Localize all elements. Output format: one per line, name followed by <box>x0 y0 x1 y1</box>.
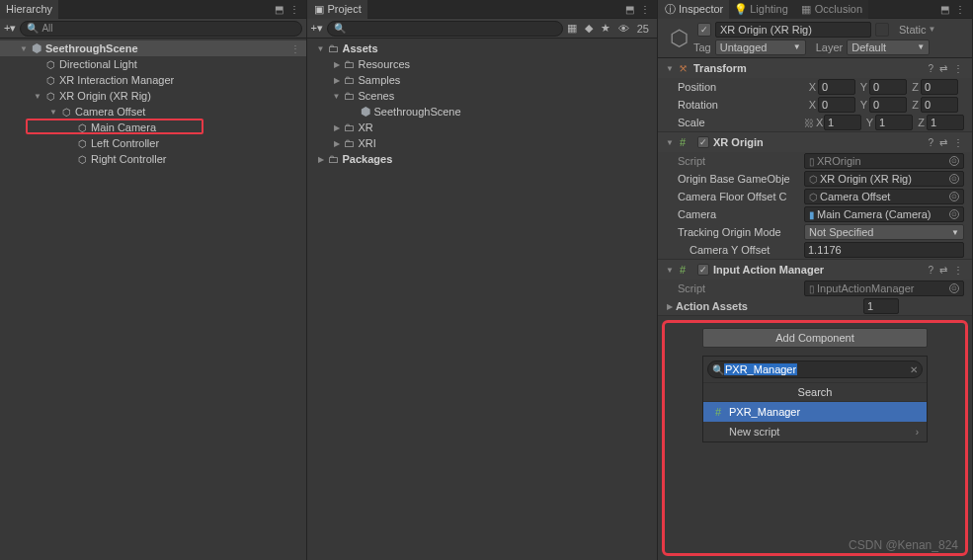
object-field[interactable]: ⬡XR Origin (XR Rig) ⊙ <box>804 171 964 187</box>
folder-xri[interactable]: ▶ 🗀 XRI <box>307 135 657 151</box>
folder-samples[interactable]: ▶ 🗀 Samples <box>307 72 657 88</box>
transform-scale: Scale ⛓ X1 Y1 Z1 <box>658 114 972 131</box>
toggle-icon[interactable]: ▶ <box>331 139 343 148</box>
input-pos-z[interactable]: 0 <box>921 79 958 95</box>
object-picker-icon[interactable]: ⊙ <box>949 156 959 166</box>
object-picker-icon[interactable]: ⊙ <box>949 192 959 201</box>
preset-icon[interactable]: ⇄ <box>939 265 947 276</box>
input-scale-x[interactable]: 1 <box>824 115 861 130</box>
toggle-icon[interactable]: ▼ <box>315 44 327 53</box>
component-menu-icon[interactable]: ⋮ <box>953 265 963 276</box>
star-icon[interactable]: ★ <box>601 22 610 35</box>
layer-dropdown[interactable]: Default ▼ <box>847 40 930 55</box>
folder-assets[interactable]: ▼ 🗀 Assets <box>307 40 657 56</box>
help-icon[interactable]: ? <box>928 137 933 148</box>
clear-icon[interactable]: ✕ <box>910 364 918 375</box>
tab-lighting[interactable]: 💡 Lighting <box>729 0 794 19</box>
search-result-pxr-manager[interactable]: # PXR_Manager <box>703 402 927 422</box>
component-enabled-checkbox[interactable]: ✓ <box>697 264 709 276</box>
toggle-icon[interactable]: ▼ <box>664 64 676 73</box>
folder-resources[interactable]: ▶ 🗀 Resources <box>307 56 657 72</box>
go-name-input[interactable]: XR Origin (XR Rig) <box>715 22 871 38</box>
help-icon[interactable]: ? <box>928 63 933 74</box>
go-active-checkbox[interactable]: ✓ <box>697 23 711 37</box>
toggle-icon[interactable]: ▼ <box>18 44 30 53</box>
input-scale-z[interactable]: 1 <box>927 115 964 130</box>
go-right-controller[interactable]: ⬡ Right Controller <box>0 151 306 167</box>
input-scale-y[interactable]: 1 <box>875 115 913 130</box>
lock-icon[interactable]: ⬒ <box>625 4 634 15</box>
static-checkbox[interactable] <box>875 23 889 37</box>
lock-icon[interactable]: ⬒ <box>940 4 949 15</box>
toggle-icon[interactable]: ▼ <box>664 138 676 147</box>
folder-xr[interactable]: ▶ 🗀 XR <box>307 120 657 135</box>
component-header[interactable]: ▼ # ✓ XR Origin ? ⇄ ⋮ <box>658 132 972 152</box>
object-field[interactable]: ⬡Camera Offset ⊙ <box>804 189 964 204</box>
tab-hierarchy[interactable]: Hierarchy <box>0 0 58 19</box>
go-xr-origin[interactable]: ▼ ⬡ XR Origin (XR Rig) <box>0 88 306 104</box>
input-pos-x[interactable]: 0 <box>818 79 855 95</box>
favorite-icon[interactable]: ▦ <box>567 22 577 35</box>
toggle-icon[interactable]: ▶ <box>315 155 327 164</box>
help-icon[interactable]: ? <box>928 265 933 276</box>
input-pos-y[interactable]: 0 <box>869 79 907 95</box>
component-menu-icon[interactable]: ⋮ <box>953 63 963 74</box>
tab-occlusion[interactable]: ▦ Occlusion <box>794 0 868 19</box>
menu-icon[interactable]: ⋮ <box>289 4 299 15</box>
object-picker-icon[interactable]: ⊙ <box>949 174 959 184</box>
go-main-camera[interactable]: ⬡ Main Camera <box>0 120 306 135</box>
menu-icon[interactable]: ⋮ <box>955 4 965 15</box>
scene-menu-icon[interactable]: ⋮ <box>290 43 300 54</box>
item-label: Assets <box>343 42 378 54</box>
search-result-new-script[interactable]: New script › <box>703 422 927 441</box>
tab-inspector[interactable]: ⓘ Inspector <box>658 0 729 19</box>
folder-icon: 🗀 <box>343 89 357 103</box>
static-dropdown-icon[interactable]: ▼ <box>929 25 936 34</box>
component-enabled-checkbox[interactable]: ✓ <box>697 136 709 148</box>
scene-row[interactable]: ▼ ⬢ SeethroughScene ⋮ <box>0 40 306 56</box>
hidden-icon[interactable]: 👁 <box>618 23 629 35</box>
preset-icon[interactable]: ⇄ <box>939 137 947 148</box>
component-search-input[interactable]: 🔍 PXR_Manager ✕ <box>707 360 923 378</box>
tag-dropdown[interactable]: Untagged ▼ <box>715 40 806 55</box>
input-rot-z[interactable]: 0 <box>921 97 958 113</box>
add-component-button[interactable]: Add Component <box>702 328 928 348</box>
preset-icon[interactable]: ⇄ <box>939 63 947 74</box>
input-rot-x[interactable]: 0 <box>818 97 855 113</box>
menu-icon[interactable]: ⋮ <box>640 4 650 15</box>
component-header[interactable]: ▼ # ✓ Input Action Manager ? ⇄ ⋮ <box>658 260 972 280</box>
tracking-dropdown[interactable]: Not Specified ▼ <box>804 224 964 240</box>
toggle-icon[interactable]: ▼ <box>664 266 676 275</box>
filter-icon[interactable]: ◆ <box>585 22 593 35</box>
tab-project[interactable]: ▣ Project <box>307 0 367 19</box>
folder-scenes[interactable]: ▼ 🗀 Scenes <box>307 88 657 104</box>
go-left-controller[interactable]: ⬡ Left Controller <box>0 135 306 151</box>
go-camera-offset[interactable]: ▼ ⬡ Camera Offset <box>0 104 306 120</box>
create-icon[interactable]: +▾ <box>311 22 323 35</box>
input-y-offset[interactable]: 1.1176 <box>804 242 964 258</box>
toggle-icon[interactable]: ▶ <box>331 76 343 85</box>
scene-file[interactable]: ⬢ SeethroughScene <box>307 104 657 120</box>
go-xr-interaction[interactable]: ⬡ XR Interaction Manager <box>0 72 306 88</box>
toggle-icon[interactable]: ▶ <box>664 302 676 311</box>
hierarchy-search[interactable]: 🔍 All <box>20 21 301 37</box>
input-action-count[interactable]: 1 <box>863 298 899 314</box>
object-picker-icon[interactable]: ⊙ <box>949 209 959 219</box>
toggle-icon[interactable]: ▼ <box>331 92 343 101</box>
folder-packages[interactable]: ▶ 🗀 Packages <box>307 151 657 167</box>
create-icon[interactable]: +▾ <box>4 22 16 35</box>
input-rot-y[interactable]: 0 <box>869 97 907 113</box>
component-header[interactable]: ▼ ⤧ Transform ? ⇄ ⋮ <box>658 58 972 78</box>
project-search[interactable]: 🔍 <box>327 21 563 37</box>
lock-icon[interactable]: ⬒ <box>275 4 284 15</box>
toggle-icon[interactable]: ▶ <box>331 123 343 132</box>
toggle-icon[interactable]: ▼ <box>32 92 43 101</box>
object-field[interactable]: ▮Main Camera (Camera) ⊙ <box>804 206 964 222</box>
toggle-icon[interactable]: ▼ <box>47 108 59 117</box>
link-icon[interactable]: ⛓ <box>804 118 814 128</box>
object-picker-icon[interactable]: ⊙ <box>949 283 959 293</box>
go-directional-light[interactable]: ⬡ Directional Light <box>0 56 306 72</box>
component-menu-icon[interactable]: ⋮ <box>953 137 963 148</box>
gameobject-icon[interactable]: ⬡ <box>664 24 693 53</box>
toggle-icon[interactable]: ▶ <box>331 60 343 69</box>
